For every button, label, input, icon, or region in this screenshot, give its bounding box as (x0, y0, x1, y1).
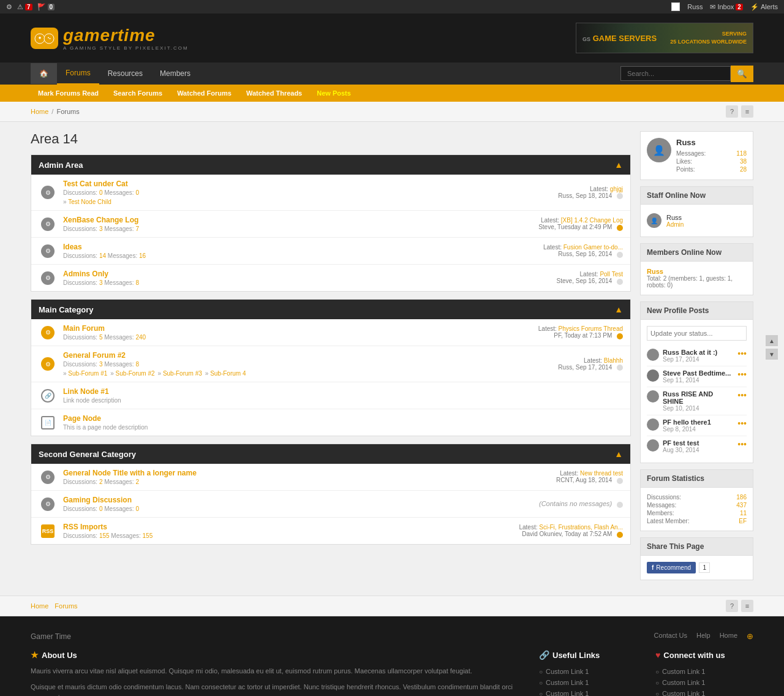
section-collapse-main[interactable]: ▲ (614, 304, 623, 314)
subnav-mark-read[interactable]: Mark Forums Read (31, 85, 106, 102)
latest-link[interactable]: Physics Forums Thread (559, 325, 623, 332)
forum-name-link[interactable]: Admins Only (63, 270, 108, 278)
subnav-watched-forums[interactable]: Watched Forums (170, 85, 239, 102)
latest-link[interactable]: Sci-Fi, Frustrations, Flash An... (539, 524, 623, 531)
user-square-icon (671, 2, 680, 11)
list-item[interactable]: ○Custom Link 1 (655, 688, 753, 696)
sub-forum-link[interactable]: Test Node Child (63, 199, 111, 205)
forum-name-link[interactable]: Main Forum (63, 324, 105, 333)
footer-contact-link[interactable]: Contact Us (654, 632, 687, 641)
forum-name-link[interactable]: RSS Imports (63, 523, 107, 531)
footer-help-link[interactable]: Help (696, 632, 710, 641)
sub-forum-list: Test Node Child (63, 199, 500, 205)
alerts-icon[interactable]: ⚡ Alerts (750, 3, 778, 11)
search-button[interactable]: 🔍 (731, 66, 753, 82)
inbox-icon[interactable]: ✉ Inbox 2 (710, 3, 742, 11)
section-title-admin: Admin Area (39, 161, 83, 170)
latest-link[interactable]: Fusion Gamer to-do... (564, 244, 623, 251)
forum-info: General Node Title with a longer name Di… (63, 469, 500, 485)
footer-nav-forums[interactable]: Forums (55, 602, 77, 610)
breadcrumb-help-icon[interactable]: ? (726, 105, 738, 118)
section-collapse-second[interactable]: ▲ (614, 449, 623, 459)
user-label[interactable]: Russ (687, 3, 703, 10)
section-header-second[interactable]: Second General Category ▲ (31, 444, 630, 464)
footer-help-icon[interactable]: ? (726, 600, 738, 612)
profile-post-options[interactable]: ••• (737, 418, 747, 428)
latest-link[interactable]: Poll Test (600, 271, 623, 278)
forum-name-link[interactable]: Gaming Discussion (63, 496, 132, 504)
scroll-down-button[interactable]: ▼ (766, 349, 778, 360)
list-item: PF test test Aug 30, 2014 ••• (647, 436, 747, 456)
main-container: Area 14 Admin Area ▲ ⚙ Test Cat under Ca… (0, 122, 784, 596)
profile-post-avatar (647, 349, 659, 361)
forum-icon-gray: ⚙ (41, 218, 55, 231)
profile-status-input[interactable] (647, 326, 747, 341)
search-input[interactable] (620, 66, 731, 81)
section-header-main[interactable]: Main Category ▲ (31, 300, 630, 319)
nav-item-resources[interactable]: Resources (99, 63, 151, 84)
latest-link[interactable]: [XB] 1.4.2 Change Log (561, 217, 623, 224)
list-item[interactable]: ○Custom Link 1 (655, 666, 753, 677)
svg-point-4 (48, 37, 49, 38)
sub-forum-link[interactable]: Sub-Forum #3 (158, 370, 202, 377)
forum-stats: Discussions: 0 Messages: 0 (63, 189, 500, 196)
sub-forum-link[interactable]: Sub-Forum #2 (110, 370, 154, 377)
forum-icon-orange: ⚙ (41, 357, 55, 371)
gear-icon[interactable]: ⚙ (6, 3, 12, 11)
latest-dot (617, 279, 623, 285)
useful-link-2[interactable]: Custom Link 1 (546, 679, 589, 686)
forum-name-link[interactable]: General Node Title with a longer name (63, 469, 197, 477)
forum-name-link[interactable]: General Forum #2 (63, 351, 126, 360)
sub-forum-link[interactable]: Sub-Forum 4 (205, 370, 246, 377)
profile-post-options[interactable]: ••• (737, 390, 747, 400)
profile-post-date: Sep 17, 2014 (663, 356, 734, 363)
forum-stats: Discussions: 5 Messages: 240 (63, 334, 500, 341)
subnav-search[interactable]: Search Forums (106, 85, 170, 102)
forum-name-link[interactable]: XenBase Change Log (63, 216, 138, 224)
nav-item-members[interactable]: Members (151, 63, 199, 84)
sidebar: 👤 Russ Messages: 118 Likes: 38 Points: (640, 131, 753, 586)
useful-link-1[interactable]: Custom Link 1 (546, 668, 589, 675)
connect-link-1[interactable]: Custom Link 1 (662, 668, 705, 675)
latest-dot (617, 252, 623, 258)
forum-name-link[interactable]: Link Node #1 (63, 387, 109, 396)
section-collapse-admin[interactable]: ▲ (614, 160, 623, 170)
sub-forum-link[interactable]: Sub-Forum #1 (63, 370, 107, 377)
connect-link-2[interactable]: Custom Link 1 (662, 679, 705, 686)
forum-name-link[interactable]: Test Cat under Cat (63, 180, 128, 188)
forum-info: Ideas Discussions: 14 Messages: 16 (63, 243, 500, 259)
footer-nav-bar: Home Forums ? ≡ (0, 596, 784, 616)
scroll-up-button[interactable]: ▲ (766, 335, 778, 346)
facebook-recommend-button[interactable]: f Recommend (647, 562, 696, 573)
breadcrumb-home[interactable]: Home (31, 108, 48, 115)
flag-icon[interactable]: 🚩 0 (37, 3, 55, 11)
connect-link-3[interactable]: Custom Link 1 (662, 690, 705, 696)
section-header-admin[interactable]: Admin Area ▲ (31, 155, 630, 175)
latest-link[interactable]: New thread test (580, 470, 623, 477)
list-item[interactable]: ○Custom Link 1 (539, 688, 637, 696)
footer-rss-icon[interactable]: ⊕ (747, 632, 753, 641)
subnav-new-posts[interactable]: New Posts (309, 85, 358, 102)
profile-post-options[interactable]: ••• (737, 349, 747, 358)
list-item[interactable]: ○Custom Link 1 (539, 666, 637, 677)
warning-icon[interactable]: ⚠ 7 (17, 3, 32, 11)
profile-post-options[interactable]: ••• (737, 439, 747, 449)
forum-name-link[interactable]: Ideas (63, 243, 82, 251)
header-banner[interactable]: GS GAME SERVERS SERVING 25 LOCATIONS WOR… (576, 23, 753, 53)
footer-nav-home[interactable]: Home (31, 602, 48, 610)
footer-home-link[interactable]: Home (720, 632, 737, 641)
footer-menu-icon[interactable]: ≡ (741, 600, 753, 612)
nav-home-button[interactable]: 🏠 (31, 63, 57, 84)
forum-stats: Discussions: 2 Messages: 2 (63, 478, 500, 485)
stat-discussions-value: 186 (736, 494, 747, 501)
list-item[interactable]: ○Custom Link 1 (655, 677, 753, 688)
list-item[interactable]: ○Custom Link 1 (539, 677, 637, 688)
nav-item-forums[interactable]: Forums (57, 62, 99, 85)
forum-name-link[interactable]: Page Node (63, 414, 101, 423)
subnav-watched-threads[interactable]: Watched Threads (239, 85, 309, 102)
useful-link-3[interactable]: Custom Link 1 (546, 690, 589, 696)
latest-link[interactable]: Blahhh (604, 357, 623, 364)
profile-post-options[interactable]: ••• (737, 369, 747, 379)
latest-link[interactable]: ghjgj (610, 186, 623, 192)
breadcrumb-menu-icon[interactable]: ≡ (741, 105, 753, 118)
